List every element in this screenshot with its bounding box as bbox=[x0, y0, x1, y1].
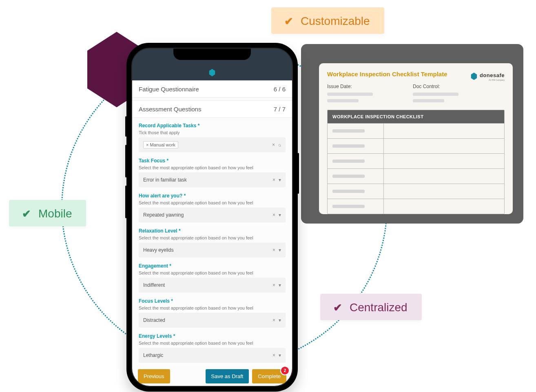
issue-date-block: Issue Date: bbox=[327, 84, 384, 102]
badge-label: Customizable bbox=[301, 15, 370, 28]
badge-mobile: ✔ Mobile bbox=[9, 200, 86, 226]
table-row bbox=[328, 153, 504, 168]
previous-button[interactable]: Previous bbox=[138, 369, 170, 383]
record-tasks-input[interactable]: × Manual work × ⌕ bbox=[139, 137, 286, 152]
phone-side-button bbox=[297, 153, 299, 194]
q-energy-levels-title: Energy Levels * bbox=[139, 333, 286, 339]
q-focus-levels-title: Focus Levels * bbox=[139, 298, 286, 304]
save-draft-button[interactable]: Save as Draft bbox=[206, 369, 249, 383]
issue-date-label: Issue Date: bbox=[327, 84, 352, 89]
placeholder-line bbox=[327, 99, 359, 102]
section-count: 6 / 6 bbox=[274, 86, 286, 93]
section-title: Assessment Questions bbox=[139, 106, 201, 113]
checklist-table: WORKPLACE INSPECTION CHECKLIST bbox=[327, 110, 505, 214]
clear-icon[interactable]: × bbox=[272, 317, 275, 323]
placeholder-line bbox=[413, 99, 444, 102]
select-value: Distracted bbox=[143, 317, 165, 323]
alert-select[interactable]: Repeated yawning × ▾ bbox=[139, 208, 286, 222]
badge-centralized: ✔ Centralized bbox=[320, 294, 422, 320]
q-sub: Select the most appropriate option based… bbox=[139, 235, 286, 240]
clear-icon[interactable]: × bbox=[272, 177, 275, 183]
clear-icon[interactable]: × bbox=[272, 282, 275, 288]
q-sub: Select the most appropriate option based… bbox=[139, 165, 286, 170]
table-row bbox=[328, 123, 504, 138]
placeholder-line bbox=[327, 93, 373, 96]
phone-side-button bbox=[125, 145, 127, 177]
select-value: Repeated yawning bbox=[143, 212, 184, 218]
caret-down-icon[interactable]: ▾ bbox=[279, 212, 281, 218]
caret-down-icon[interactable]: ▾ bbox=[279, 352, 281, 358]
q-sub: Select the most appropriate option based… bbox=[139, 270, 286, 275]
q-relaxation-title: Relaxation Level * bbox=[139, 228, 286, 234]
checklist-panel: donesafe An HSI Company Workplace Inspec… bbox=[319, 63, 513, 214]
select-value: Heavy eyelids bbox=[143, 247, 174, 253]
phone-notch bbox=[173, 49, 251, 60]
action-bar: Previous Save as Draft Complete 2 bbox=[132, 366, 292, 386]
section-fatigue[interactable]: Fatigue Questionnaire 6 / 6 bbox=[132, 80, 292, 98]
app-logo-icon bbox=[209, 69, 215, 76]
doc-control-label: Doc Control: bbox=[413, 84, 440, 89]
section-assessment[interactable]: Assessment Questions 7 / 7 bbox=[132, 100, 292, 118]
complete-wrap: Complete 2 bbox=[252, 369, 286, 383]
q-sub: Select the most appropriate option based… bbox=[139, 200, 286, 205]
logo-text: donesafe bbox=[480, 72, 505, 78]
table-row bbox=[328, 184, 504, 199]
section-title: Fatigue Questionnaire bbox=[139, 86, 199, 93]
search-icon[interactable]: ⌕ bbox=[278, 142, 281, 148]
q-record-tasks-sub: Tick those that apply bbox=[139, 130, 286, 135]
clear-icon[interactable]: × bbox=[272, 142, 275, 148]
form-content: Record Applicable Tasks * Tick those tha… bbox=[132, 118, 292, 363]
check-icon: ✔ bbox=[284, 15, 293, 28]
doc-control-block: Doc Control: bbox=[413, 84, 470, 102]
section-count: 7 / 7 bbox=[274, 106, 286, 113]
phone-device: Fatigue Questionnaire 6 / 6 Assessment Q… bbox=[126, 43, 298, 392]
table-row bbox=[328, 138, 504, 153]
stage: ✔ Customizable ✔ Mobile ✔ Centralized do… bbox=[0, 0, 536, 392]
table-row bbox=[328, 168, 504, 184]
table-row bbox=[328, 199, 504, 214]
panel-meta-row: Issue Date: Doc Control: bbox=[327, 84, 505, 102]
phone-side-button bbox=[125, 186, 127, 218]
clear-icon[interactable]: × bbox=[272, 212, 275, 218]
check-icon: ✔ bbox=[22, 208, 31, 220]
donesafe-logo: donesafe An HSI Company bbox=[471, 71, 505, 81]
app-body: Fatigue Questionnaire 6 / 6 Assessment Q… bbox=[132, 80, 292, 386]
q-alert-title: How alert are you? * bbox=[139, 193, 286, 199]
tag-manual-work[interactable]: × Manual work bbox=[143, 141, 178, 148]
check-icon: ✔ bbox=[333, 301, 342, 314]
energy-levels-select[interactable]: Lethargic × ▾ bbox=[139, 348, 286, 363]
clear-icon[interactable]: × bbox=[272, 247, 275, 253]
caret-down-icon[interactable]: ▾ bbox=[279, 247, 281, 253]
q-task-focus-title: Task Focus * bbox=[139, 158, 286, 164]
placeholder-line bbox=[413, 93, 458, 96]
checklist-table-header: WORKPLACE INSPECTION CHECKLIST bbox=[328, 110, 504, 123]
relaxation-select[interactable]: Heavy eyelids × ▾ bbox=[139, 243, 286, 257]
select-value: Error in familiar task bbox=[143, 177, 187, 183]
clear-icon[interactable]: × bbox=[272, 352, 275, 358]
q-sub: Select the most appropriate option based… bbox=[139, 341, 286, 345]
select-value: Lethargic bbox=[143, 352, 163, 358]
logo-hex-icon bbox=[471, 73, 477, 80]
phone-side-button bbox=[125, 116, 127, 137]
logo-subtext: An HSI Company bbox=[480, 79, 505, 81]
engagement-select[interactable]: Indifferent × ▾ bbox=[139, 278, 286, 292]
notification-badge: 2 bbox=[280, 366, 290, 375]
task-focus-select[interactable]: Error in familiar task × ▾ bbox=[139, 173, 286, 187]
select-value: Indifferent bbox=[143, 282, 165, 288]
focus-levels-select[interactable]: Distracted × ▾ bbox=[139, 313, 286, 328]
phone-screen: Fatigue Questionnaire 6 / 6 Assessment Q… bbox=[131, 48, 293, 387]
caret-down-icon[interactable]: ▾ bbox=[279, 282, 281, 288]
q-sub: Select the most appropriate option based… bbox=[139, 306, 286, 310]
q-record-tasks-title: Record Applicable Tasks * bbox=[139, 123, 286, 128]
badge-label: Centralized bbox=[350, 301, 408, 314]
caret-down-icon[interactable]: ▾ bbox=[279, 177, 281, 183]
badge-label: Mobile bbox=[38, 207, 72, 220]
caret-down-icon[interactable]: ▾ bbox=[279, 317, 281, 323]
app: Fatigue Questionnaire 6 / 6 Assessment Q… bbox=[132, 49, 292, 386]
badge-customizable: ✔ Customizable bbox=[271, 7, 384, 34]
q-engagement-title: Engagement * bbox=[139, 263, 286, 269]
